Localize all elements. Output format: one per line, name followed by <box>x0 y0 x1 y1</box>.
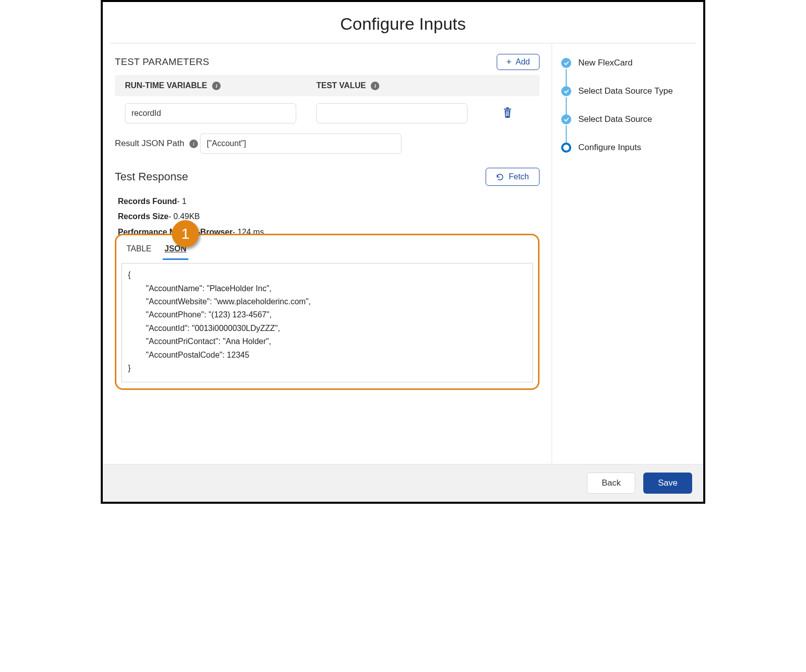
title-area: Configure Inputs <box>110 2 696 44</box>
test-params-header: TEST PARAMETERS + Add <box>115 54 540 70</box>
callout-badge: 1 <box>172 220 199 247</box>
test-value-header: TEST VALUE <box>316 81 366 90</box>
info-icon[interactable]: i <box>371 82 379 90</box>
delete-row-button[interactable] <box>503 107 512 119</box>
add-label: Add <box>516 57 530 66</box>
records-size-value: 0.49KB <box>173 212 199 221</box>
step-select-data-source-type: Select Data Source Type <box>561 86 694 114</box>
params-header-row: RUN-TIME VARIABLE i TEST VALUE i <box>115 75 540 96</box>
step-label: Select Data Source <box>578 114 652 124</box>
svg-rect-0 <box>504 109 511 110</box>
body-row: TEST PARAMETERS + Add RUN-TIME VARIABLE … <box>103 44 703 464</box>
main-column: TEST PARAMETERS + Add RUN-TIME VARIABLE … <box>103 44 552 464</box>
step-new-flexcard: New FlexCard <box>561 58 694 86</box>
check-icon <box>561 114 571 124</box>
params-row <box>115 96 540 128</box>
test-response-title: Test Response <box>115 170 188 183</box>
page-title: Configure Inputs <box>110 14 696 34</box>
json-path-block: Result JSON Path i <box>115 133 540 154</box>
trash-icon <box>503 107 512 118</box>
step-label: Select Data Source Type <box>578 86 673 96</box>
info-icon[interactable]: i <box>212 82 221 90</box>
step-configure-inputs: Configure Inputs <box>561 143 694 153</box>
runtime-var-header: RUN-TIME VARIABLE <box>125 81 207 90</box>
callout-box: 1 TABLE JSON { "AccountName": "PlaceHold… <box>115 234 540 390</box>
svg-rect-4 <box>508 111 509 116</box>
step-label: Configure Inputs <box>578 143 641 153</box>
info-icon[interactable]: i <box>189 140 198 148</box>
svg-rect-1 <box>506 107 509 108</box>
records-found-label: Records Found <box>118 197 177 206</box>
current-step-icon <box>561 143 571 153</box>
json-panel[interactable]: { "AccountName": "PlaceHolder Inc", "Acc… <box>121 263 533 382</box>
fetch-button[interactable]: Fetch <box>486 168 540 186</box>
json-path-label: Result JSON Path <box>115 139 184 149</box>
check-icon <box>561 86 571 96</box>
runtime-var-input[interactable] <box>125 103 296 123</box>
callout-number: 1 <box>181 225 190 242</box>
records-size-label: Records Size <box>118 212 168 221</box>
svg-rect-3 <box>507 111 508 116</box>
test-value-input[interactable] <box>316 103 467 123</box>
json-path-label-row: Result JSON Path i <box>115 139 198 149</box>
test-response-header: Test Response Fetch <box>115 168 540 186</box>
fetch-label: Fetch <box>509 172 529 181</box>
svg-rect-2 <box>506 111 507 116</box>
footer: Back Save <box>103 464 703 502</box>
plus-icon: + <box>506 57 512 66</box>
tab-table[interactable]: TABLE <box>124 241 154 260</box>
step-select-data-source: Select Data Source <box>561 114 694 143</box>
step-label: New FlexCard <box>578 58 633 68</box>
steps-list: New FlexCard Select Data Source Type Sel… <box>561 58 694 153</box>
add-button[interactable]: + Add <box>497 54 540 70</box>
save-button[interactable]: Save <box>643 473 692 494</box>
back-button[interactable]: Back <box>587 473 635 494</box>
check-icon <box>561 58 571 68</box>
refresh-icon <box>496 173 504 181</box>
test-params-title: TEST PARAMETERS <box>115 56 210 68</box>
side-column: New FlexCard Select Data Source Type Sel… <box>552 44 703 464</box>
json-path-input[interactable] <box>200 133 401 154</box>
dialog-frame: Configure Inputs TEST PARAMETERS + Add R… <box>101 0 705 504</box>
records-found-value: 1 <box>182 197 186 206</box>
